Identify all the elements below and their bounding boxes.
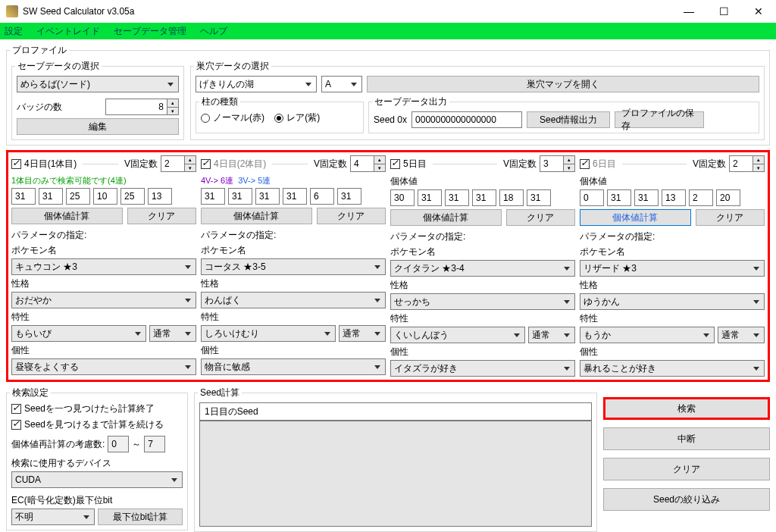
recalc-label: 個体値再計算の考慮数: [11, 438, 105, 451]
vfix-spinner[interactable]: ▴▾ [753, 155, 765, 172]
iv-input-3[interactable] [93, 188, 117, 205]
clear-results-button[interactable]: クリア [603, 458, 770, 480]
vfix-spinner[interactable]: ▴▾ [374, 155, 386, 172]
iv-calc-button[interactable]: 個体値計算 [580, 209, 691, 226]
iv-input-0[interactable] [11, 188, 36, 205]
pokemon-select[interactable]: クイタラン ★3-4 [390, 260, 575, 277]
iv-calc-button[interactable]: 個体値計算 [390, 209, 502, 226]
recalc-to-input[interactable] [144, 436, 165, 452]
den-slot-select[interactable]: A [321, 76, 362, 92]
pokemon-select[interactable]: コータス ★3-5 [201, 258, 386, 275]
day-enable-checkbox[interactable] [390, 159, 400, 169]
iv-clear-button[interactable]: クリア [506, 209, 575, 226]
iv-input-2[interactable] [634, 189, 659, 206]
menu-settings[interactable]: 設定 [5, 25, 23, 38]
iv-clear-button[interactable]: クリア [696, 209, 765, 226]
savedata-select[interactable]: めらるば(ソード) [17, 76, 179, 92]
stop-on-first-checkbox[interactable]: Seedを一つ見つけたら計算終了 [11, 402, 155, 415]
ability-slot-select[interactable]: 通常 [718, 327, 765, 343]
vfix-spinner[interactable]: ▴▾ [185, 155, 196, 172]
vfix-input[interactable] [540, 155, 564, 172]
search-legend: 検索設定 [10, 386, 51, 399]
save-profile-button[interactable]: プロファイルの保存 [615, 111, 704, 128]
iv-input-4[interactable] [120, 188, 145, 205]
ability-slot-select[interactable]: 通常 [528, 327, 575, 343]
ec-select[interactable]: 不明 [11, 509, 95, 525]
nature-select[interactable]: わんぱく [201, 292, 386, 308]
menu-help[interactable]: ヘルプ [200, 25, 227, 38]
iv-input-0[interactable] [201, 188, 225, 205]
param-label: パラメータの指定: [201, 229, 386, 242]
iv-clear-button[interactable]: クリア [127, 208, 196, 224]
iv-input-4[interactable] [499, 189, 524, 206]
edit-savedata-button[interactable]: 編集 [17, 118, 179, 135]
iv-clear-button[interactable]: クリア [317, 208, 386, 224]
vfix-input[interactable] [161, 155, 185, 172]
ec-calc-button[interactable]: 最下位bit計算 [98, 509, 183, 525]
nature-select[interactable]: ゆうかん [580, 293, 765, 310]
den-location-select[interactable]: げきりんの湖 [196, 76, 317, 92]
iv-input-1[interactable] [418, 189, 442, 206]
ability-slot-select[interactable]: 通常 [339, 325, 386, 342]
pokemon-select[interactable]: リザード ★3 [580, 260, 765, 277]
keep-searching-checkbox[interactable]: Seedを見つけるまで計算を続ける [11, 418, 164, 431]
search-button[interactable]: 検索 [603, 397, 770, 420]
iv-input-1[interactable] [228, 188, 252, 205]
iv-input-2[interactable] [255, 188, 280, 205]
menu-savedata[interactable]: セーブデータ管理 [114, 25, 186, 38]
pillar-normal-radio[interactable]: ノーマル(赤) [201, 111, 264, 124]
ability-select[interactable]: もらいび [11, 325, 146, 342]
close-button[interactable]: ✕ [741, 0, 776, 23]
pokemon-label: ポケモン名 [201, 244, 386, 257]
minimize-button[interactable]: — [671, 0, 706, 23]
ec-label: EC(暗号化定数)最下位bit [11, 494, 183, 507]
day-enable-checkbox[interactable] [201, 159, 211, 169]
iv-input-5[interactable] [337, 188, 361, 205]
iv-input-2[interactable] [445, 189, 469, 206]
badges-spinner[interactable]: ▴▾ [167, 99, 179, 115]
seed-calc-legend: Seed計算 [198, 386, 242, 399]
ability-select[interactable]: くいしんぼう [390, 327, 525, 343]
narrow-seed-button[interactable]: Seedの絞り込み [603, 488, 770, 511]
iv-input-4[interactable] [689, 189, 713, 206]
seed-input[interactable] [411, 111, 522, 128]
iv-input-1[interactable] [607, 189, 631, 206]
day-enable-checkbox[interactable] [580, 159, 590, 169]
recalc-from-input[interactable] [108, 436, 129, 452]
characteristic-select[interactable]: 暴れることが好き [580, 360, 765, 377]
iv-input-3[interactable] [662, 189, 686, 206]
iv-input-3[interactable] [283, 188, 307, 205]
iv-input-5[interactable] [716, 189, 740, 206]
vfix-spinner[interactable]: ▴▾ [564, 155, 575, 172]
iv-input-0[interactable] [580, 189, 604, 206]
nature-select[interactable]: せっかち [390, 293, 575, 310]
iv-input-4[interactable] [310, 188, 334, 205]
iv-input-0[interactable] [390, 189, 415, 206]
iv-input-2[interactable] [66, 188, 90, 205]
vfix-input[interactable] [350, 155, 374, 172]
iv-input-5[interactable] [148, 188, 172, 205]
vfix-input[interactable] [729, 155, 753, 172]
iv-input-5[interactable] [527, 189, 551, 206]
characteristic-select[interactable]: 物音に敏感 [201, 358, 386, 375]
abort-button[interactable]: 中断 [603, 427, 770, 450]
open-den-map-button[interactable]: 巣穴マップを開く [367, 76, 759, 92]
device-select[interactable]: CUDA [11, 471, 183, 488]
pokemon-select[interactable]: キュウコン ★3 [11, 258, 196, 275]
iv-calc-button[interactable]: 個体値計算 [201, 208, 312, 224]
seed-output-button[interactable]: Seed情報出力 [527, 111, 610, 128]
ability-select[interactable]: しろいけむり [201, 325, 336, 342]
iv-input-3[interactable] [472, 189, 496, 206]
menu-eventraid[interactable]: イベントレイド [36, 25, 100, 38]
ability-select[interactable]: もうか [580, 327, 715, 343]
iv-input-1[interactable] [39, 188, 63, 205]
maximize-button[interactable]: ☐ [706, 0, 741, 23]
nature-select[interactable]: おだやか [11, 292, 196, 308]
day-enable-checkbox[interactable] [11, 159, 21, 169]
pillar-rare-radio[interactable]: レア(紫) [274, 111, 320, 124]
badges-input[interactable] [105, 99, 167, 115]
iv-calc-button[interactable]: 個体値計算 [11, 208, 123, 224]
ability-slot-select[interactable]: 通常 [149, 325, 196, 342]
characteristic-select[interactable]: イタズラが好き [390, 360, 575, 377]
characteristic-select[interactable]: 昼寝をよくする [11, 358, 196, 375]
